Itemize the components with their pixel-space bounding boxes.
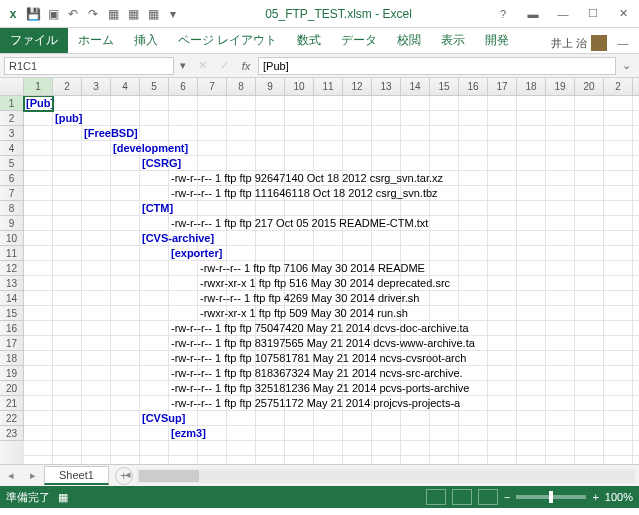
col-header[interactable]: 10 bbox=[285, 78, 314, 95]
cell[interactable]: -rw-r--r-- 1 ftp ftp 25751172 May 21 201… bbox=[171, 396, 460, 411]
row-header[interactable]: 21 bbox=[0, 396, 24, 411]
zoom-in-button[interactable]: + bbox=[592, 491, 598, 503]
qat-icon-4[interactable]: ▦ bbox=[144, 5, 162, 23]
row-header[interactable]: 8 bbox=[0, 201, 24, 216]
col-header[interactable]: 11 bbox=[314, 78, 343, 95]
formula-input[interactable] bbox=[258, 57, 616, 75]
row-header[interactable]: 11 bbox=[0, 246, 24, 261]
cell[interactable]: -rw-r--r-- 1 ftp ftp 7106 May 30 2014 RE… bbox=[200, 261, 425, 276]
sheet-nav-next-icon[interactable]: ▸ bbox=[22, 469, 44, 482]
col-header[interactable]: 4 bbox=[111, 78, 140, 95]
row-header[interactable]: 4 bbox=[0, 141, 24, 156]
name-box-dropdown-icon[interactable]: ▾ bbox=[176, 59, 190, 72]
tab-file[interactable]: ファイル bbox=[0, 28, 68, 53]
horizontal-scrollbar[interactable]: ◂ ▸ bbox=[137, 469, 635, 483]
select-all-corner[interactable] bbox=[0, 78, 24, 95]
row-header[interactable]: 19 bbox=[0, 366, 24, 381]
cell[interactable]: -rw-r--r-- 1 ftp ftp 92647140 Oct 18 201… bbox=[171, 171, 443, 186]
zoom-slider[interactable] bbox=[516, 495, 586, 499]
row-header[interactable]: 2 bbox=[0, 111, 24, 126]
cell[interactable]: -rw-r--r-- 1 ftp ftp 818367324 May 21 20… bbox=[171, 366, 463, 381]
tab-6[interactable]: 表示 bbox=[431, 28, 475, 53]
cell[interactable]: -rw-r--r-- 1 ftp ftp 4269 May 30 2014 dr… bbox=[200, 291, 419, 306]
cell[interactable]: -rw-r--r-- 1 ftp ftp 217 Oct 05 2015 REA… bbox=[171, 216, 428, 231]
col-header[interactable]: 18 bbox=[517, 78, 546, 95]
row-header[interactable]: 18 bbox=[0, 351, 24, 366]
row-header[interactable]: 12 bbox=[0, 261, 24, 276]
cell[interactable]: -rwxr-xr-x 1 ftp ftp 509 May 30 2014 run… bbox=[200, 306, 408, 321]
row-header[interactable]: 6 bbox=[0, 171, 24, 186]
cell[interactable]: -rwxr-xr-x 1 ftp ftp 516 May 30 2014 dep… bbox=[200, 276, 450, 291]
row-header[interactable]: 10 bbox=[0, 231, 24, 246]
zoom-out-button[interactable]: − bbox=[504, 491, 510, 503]
view-normal-button[interactable] bbox=[426, 489, 446, 505]
help-icon[interactable]: ? bbox=[491, 4, 515, 24]
enter-icon[interactable]: ✓ bbox=[214, 59, 234, 72]
cell[interactable]: -rw-r--r-- 1 ftp ftp 75047420 May 21 201… bbox=[171, 321, 469, 336]
sheet-nav-prev-icon[interactable]: ◂ bbox=[0, 469, 22, 482]
scrollbar-thumb[interactable] bbox=[139, 470, 199, 482]
cell[interactable]: [CVS-archive] bbox=[142, 231, 214, 246]
col-header[interactable]: 13 bbox=[372, 78, 401, 95]
save-icon[interactable]: 💾 bbox=[24, 5, 42, 23]
row-header[interactable]: 22 bbox=[0, 411, 24, 426]
cell[interactable]: [development] bbox=[113, 141, 188, 156]
view-page-break-button[interactable] bbox=[478, 489, 498, 505]
col-header[interactable]: 8 bbox=[227, 78, 256, 95]
undo-icon[interactable]: ↶ bbox=[64, 5, 82, 23]
sheet-tab[interactable]: Sheet1 bbox=[44, 466, 109, 485]
name-box[interactable]: R1C1 bbox=[4, 57, 174, 75]
tab-2[interactable]: ページ レイアウト bbox=[168, 28, 287, 53]
avatar[interactable] bbox=[591, 35, 607, 51]
row-header[interactable]: 14 bbox=[0, 291, 24, 306]
col-header[interactable]: 2 bbox=[604, 78, 633, 95]
cell[interactable]: [FreeBSD] bbox=[84, 126, 138, 141]
row-header[interactable]: 20 bbox=[0, 381, 24, 396]
expand-formula-bar-icon[interactable]: ⌄ bbox=[618, 59, 635, 72]
qat-icon-1[interactable]: ▣ bbox=[44, 5, 62, 23]
cell[interactable]: -rw-r--r-- 1 ftp ftp 83197565 May 21 201… bbox=[171, 336, 475, 351]
col-header[interactable]: 17 bbox=[488, 78, 517, 95]
row-header[interactable]: 3 bbox=[0, 126, 24, 141]
tab-1[interactable]: 挿入 bbox=[124, 28, 168, 53]
col-header[interactable]: 1 bbox=[24, 78, 53, 95]
col-header[interactable]: 2 bbox=[53, 78, 82, 95]
col-header[interactable]: 12 bbox=[343, 78, 372, 95]
fx-icon[interactable]: fx bbox=[236, 60, 256, 72]
cell[interactable]: [CVSup] bbox=[142, 411, 185, 426]
col-header[interactable]: 19 bbox=[546, 78, 575, 95]
tab-4[interactable]: データ bbox=[331, 28, 387, 53]
cell[interactable]: [CSRG] bbox=[142, 156, 181, 171]
col-header[interactable]: 5 bbox=[140, 78, 169, 95]
cell[interactable]: [pub] bbox=[55, 111, 82, 126]
cell[interactable]: [Pub] bbox=[24, 96, 53, 111]
col-header[interactable]: 15 bbox=[430, 78, 459, 95]
collapse-ribbon-icon[interactable]: — bbox=[611, 33, 635, 53]
redo-icon[interactable]: ↷ bbox=[84, 5, 102, 23]
cell[interactable]: [exporter] bbox=[171, 246, 222, 261]
col-header[interactable]: 7 bbox=[198, 78, 227, 95]
zoom-level[interactable]: 100% bbox=[605, 491, 633, 503]
qat-icon-3[interactable]: ▦ bbox=[124, 5, 142, 23]
row-header[interactable]: 17 bbox=[0, 336, 24, 351]
qat-dropdown-icon[interactable]: ▾ bbox=[164, 5, 182, 23]
close-icon[interactable]: ✕ bbox=[611, 4, 635, 24]
view-page-layout-button[interactable] bbox=[452, 489, 472, 505]
row-header[interactable]: 9 bbox=[0, 216, 24, 231]
col-header[interactable]: 20 bbox=[575, 78, 604, 95]
cancel-icon[interactable]: ✕ bbox=[192, 59, 212, 72]
cells-area[interactable]: [Pub][pub][FreeBSD][development][CSRG]-r… bbox=[24, 96, 639, 464]
col-header[interactable]: 6 bbox=[169, 78, 198, 95]
cell[interactable]: -rw-r--r-- 1 ftp ftp 111646118 Oct 18 20… bbox=[171, 186, 438, 201]
row-header[interactable]: 1 bbox=[0, 96, 24, 111]
row-header[interactable]: 23 bbox=[0, 426, 24, 441]
row-header[interactable]: 5 bbox=[0, 156, 24, 171]
col-header[interactable]: 14 bbox=[401, 78, 430, 95]
cell[interactable]: -rw-r--r-- 1 ftp ftp 107581781 May 21 20… bbox=[171, 351, 466, 366]
tab-0[interactable]: ホーム bbox=[68, 28, 124, 53]
row-header[interactable]: 7 bbox=[0, 186, 24, 201]
cell[interactable]: [ezm3] bbox=[171, 426, 206, 441]
cell[interactable]: [CTM] bbox=[142, 201, 173, 216]
tab-7[interactable]: 開発 bbox=[475, 28, 519, 53]
qat-icon-2[interactable]: ▦ bbox=[104, 5, 122, 23]
